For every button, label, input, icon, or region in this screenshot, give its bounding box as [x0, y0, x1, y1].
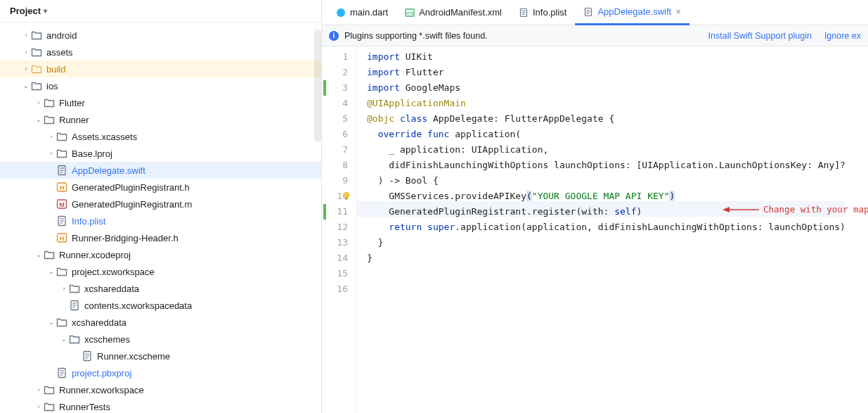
chevron-right-icon[interactable]: ›	[59, 285, 69, 292]
svg-text:xml: xml	[406, 11, 414, 15]
close-icon[interactable]: ×	[675, 6, 681, 17]
tree-item-label: Runner.xcworkspace	[59, 385, 144, 395]
editor-tab[interactable]: main.dart	[328, 0, 396, 25]
svg-point-37	[344, 192, 350, 198]
tree-item[interactable]: ⌄project.xcworkspace	[0, 263, 321, 280]
banner-text: Plugins supporting *.swift files found.	[344, 31, 488, 41]
tree-item[interactable]: ›MGeneratedPluginRegistrant.m	[0, 196, 321, 212]
chevron-down-icon[interactable]: ⌄	[46, 319, 56, 326]
editor-tabs: main.dartxmlAndroidManifest.xmlInfo.plis…	[322, 0, 868, 25]
sidebar-scrollbar[interactable]	[314, 30, 321, 142]
tree-item-label: Info.plist	[72, 216, 105, 227]
file-icon	[583, 7, 593, 17]
chevron-down-icon: ▾	[44, 7, 47, 15]
folder-icon	[31, 80, 42, 91]
folder-icon	[56, 266, 67, 277]
chevron-right-icon[interactable]: ›	[21, 65, 31, 72]
install-plugin-link[interactable]: Install Swift Support plugin	[708, 31, 812, 41]
file-tree[interactable]: ›android›assets›build⌄ios›Flutter⌄Runner…	[0, 23, 321, 413]
tree-item-label: project.xcworkspace	[72, 267, 155, 277]
tree-item[interactable]: ›HGeneratedPluginRegistrant.h	[0, 179, 321, 196]
tree-item[interactable]: ›build	[0, 61, 321, 77]
tree-item-label: Flutter	[59, 98, 85, 108]
tree-item[interactable]: ›project.pbxproj	[0, 364, 321, 381]
tree-item[interactable]: ⌄Runner.xcodeproj	[0, 246, 321, 263]
tree-item[interactable]: ⌄Runner	[0, 111, 321, 128]
info-icon: i	[329, 31, 339, 41]
chevron-down-icon[interactable]: ⌄	[34, 116, 44, 123]
tree-item-label: android	[46, 30, 77, 41]
file-icon: H	[56, 232, 67, 243]
folder-icon	[56, 317, 67, 328]
file-icon: H	[56, 182, 67, 193]
tree-item[interactable]: ⌄xcschemes	[0, 331, 321, 348]
code-content[interactable]: import UIKitimport Flutterimport GoogleM…	[357, 46, 846, 413]
folder-icon	[31, 46, 42, 58]
file-icon	[56, 165, 67, 176]
tree-item-label: build	[46, 64, 65, 75]
chevron-down-icon[interactable]: ⌄	[21, 82, 31, 89]
chevron-down-icon[interactable]: ⌄	[34, 251, 44, 258]
file-icon: xml	[405, 8, 415, 18]
folder-icon	[56, 148, 67, 159]
tab-label: main.dart	[350, 7, 388, 18]
file-icon	[519, 8, 529, 18]
tree-item[interactable]: ›HRunner-Bridging-Header.h	[0, 229, 321, 246]
sidebar-project-header[interactable]: Project ▾	[0, 0, 321, 23]
file-icon	[82, 350, 93, 362]
chevron-right-icon[interactable]: ›	[46, 133, 56, 140]
folder-icon	[31, 63, 42, 75]
tree-item-label: Base.lproj	[72, 148, 112, 159]
svg-rect-38	[346, 198, 348, 200]
folder-icon	[44, 114, 55, 125]
chevron-right-icon[interactable]: ›	[34, 99, 44, 106]
sidebar: Project ▾ ›android›assets›build⌄ios›Flut…	[0, 0, 322, 413]
annotation-note: Change with your map api key	[723, 202, 868, 217]
tree-item[interactable]: ›RunnerTests	[0, 398, 321, 413]
tree-item[interactable]: ⌄xcshareddata	[0, 314, 321, 331]
tree-item[interactable]: ›contents.xcworkspacedata	[0, 297, 321, 314]
tree-item-label: RunnerTests	[59, 402, 110, 412]
tree-item[interactable]: ›xcshareddata	[0, 280, 321, 297]
tree-item[interactable]: ›Base.lproj	[0, 145, 321, 162]
tree-item-label: Runner	[59, 115, 89, 125]
tree-item-label: GeneratedPluginRegistrant.h	[72, 182, 190, 193]
svg-text:H: H	[60, 235, 65, 242]
folder-icon	[69, 283, 80, 294]
file-icon	[69, 300, 80, 311]
sidebar-title: Project	[10, 6, 41, 16]
intention-bulb-icon[interactable]	[342, 190, 351, 200]
tab-label: AppDelegate.swift	[597, 6, 671, 17]
editor-tab[interactable]: AppDelegate.swift×	[575, 1, 689, 25]
tree-item-label: project.pbxproj	[72, 368, 131, 379]
editor-tab[interactable]: xmlAndroidManifest.xml	[396, 0, 510, 25]
tree-item-label: Runner.xcodeproj	[59, 250, 131, 260]
tree-item-label: Assets.xcassets	[72, 132, 137, 142]
tree-item[interactable]: ›AppDelegate.swift	[0, 162, 321, 179]
plugin-banner: i Plugins supporting *.swift files found…	[322, 25, 868, 46]
file-icon	[336, 8, 346, 18]
tree-item[interactable]: ›assets	[0, 44, 321, 61]
chevron-right-icon[interactable]: ›	[21, 49, 31, 56]
chevron-right-icon[interactable]: ›	[34, 403, 44, 410]
code-area[interactable]: 12345678910111213141516 import UIKitimpo…	[322, 46, 868, 413]
tree-item[interactable]: ›android	[0, 27, 321, 44]
chevron-right-icon[interactable]: ›	[46, 150, 56, 157]
chevron-down-icon[interactable]: ⌄	[46, 268, 56, 275]
tab-label: AndroidManifest.xml	[419, 7, 502, 18]
tree-item[interactable]: ›Flutter	[0, 94, 321, 111]
tree-item[interactable]: ›Runner.xcscheme	[0, 348, 321, 364]
tree-item[interactable]: ›Assets.xcassets	[0, 128, 321, 145]
tree-item-label: Runner-Bridging-Header.h	[72, 233, 179, 243]
tree-item[interactable]: ⌄ios	[0, 77, 321, 94]
editor-tab[interactable]: Info.plist	[510, 0, 575, 25]
ignore-extension-link[interactable]: Ignore ex	[824, 31, 861, 41]
chevron-down-icon[interactable]: ⌄	[59, 336, 69, 343]
chevron-right-icon[interactable]: ›	[34, 386, 44, 393]
tree-item[interactable]: ›Runner.xcworkspace	[0, 381, 321, 398]
chevron-right-icon[interactable]: ›	[21, 32, 31, 39]
tree-item[interactable]: ›Info.plist	[0, 212, 321, 229]
file-icon	[56, 215, 67, 227]
tree-item-label: assets	[46, 47, 73, 58]
folder-icon	[44, 249, 55, 260]
